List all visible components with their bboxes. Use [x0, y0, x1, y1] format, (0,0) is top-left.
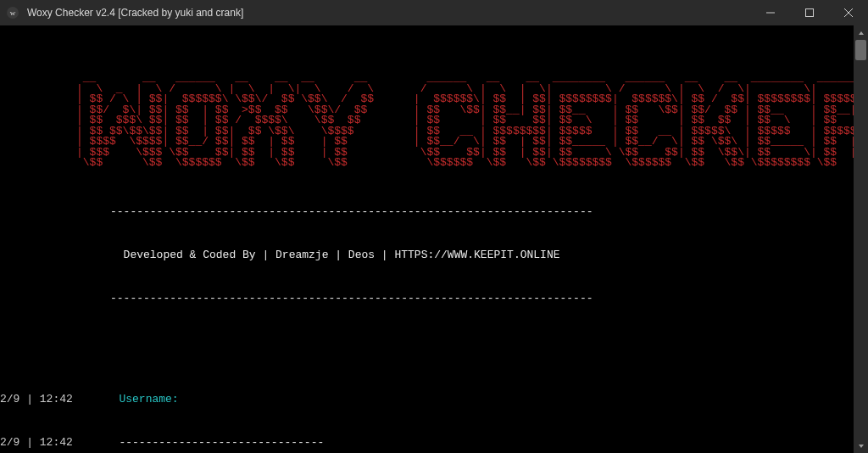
- timestamp: 2/9 | 12:42: [0, 435, 119, 450]
- banner-credits: Developed & Coded By | Dreamzje | Deos |…: [0, 248, 854, 262]
- svg-rect-2: [806, 9, 814, 17]
- maximize-button[interactable]: [790, 0, 829, 25]
- banner-divider-bottom: ----------------------------------------…: [0, 291, 854, 305]
- window-titlebar: w Woxy Checker v2.4 [Cracked by yuki and…: [0, 0, 868, 25]
- log-line-username: 2/9 | 12:42 Username:: [0, 392, 854, 406]
- svg-text:w: w: [10, 8, 16, 17]
- close-button[interactable]: [829, 0, 868, 25]
- window-title: Woxy Checker v2.4 [Cracked by yuki and c…: [25, 7, 751, 19]
- app-icon: w: [0, 6, 25, 20]
- terminal-output: __ __ ______ __ __ __ __ ______ __ __ __…: [0, 25, 854, 453]
- window-controls: [751, 0, 868, 25]
- banner-divider-top: ----------------------------------------…: [0, 204, 854, 219]
- scroll-up-button[interactable]: [854, 25, 868, 40]
- log-line-username-div: 2/9 | 12:42 ----------------------------…: [0, 435, 854, 450]
- vertical-scrollbar[interactable]: [854, 25, 868, 453]
- minimize-button[interactable]: [751, 0, 790, 25]
- banner-ascii: __ __ ______ __ __ __ __ ______ __ __ __…: [0, 54, 854, 176]
- log-text: Username:: [119, 392, 178, 406]
- scroll-down-button[interactable]: [854, 439, 868, 453]
- client-area: __ __ ______ __ __ __ __ ______ __ __ __…: [0, 25, 868, 453]
- log-text: -------------------------------: [119, 435, 324, 450]
- timestamp: 2/9 | 12:42: [0, 392, 119, 406]
- scroll-thumb[interactable]: [855, 40, 866, 60]
